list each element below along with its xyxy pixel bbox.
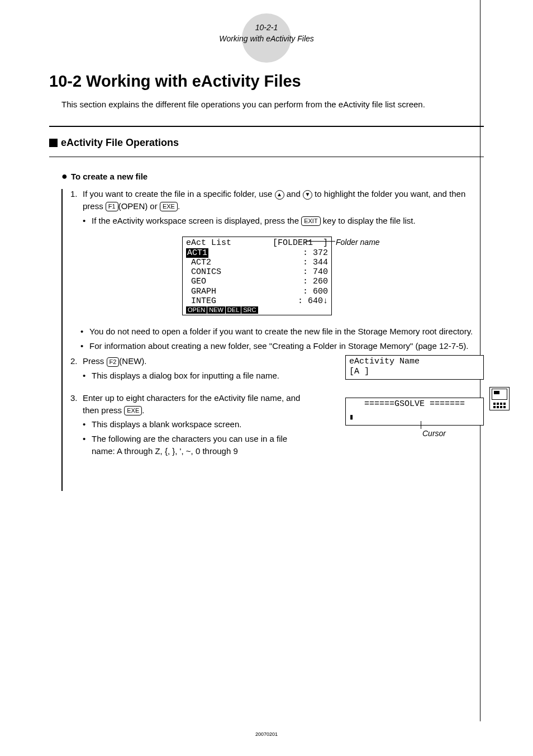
content-side-bar xyxy=(61,189,63,491)
lcd-figure-wrap: eAct List [FOLDER1 ] ACT1: 372 ACT2: 344… xyxy=(70,237,484,315)
page-header: 10-2-1 Working with eActivity Files xyxy=(49,22,484,44)
exit-key: EXIT xyxy=(301,216,320,226)
rule-thick xyxy=(49,126,484,127)
rule-thin xyxy=(49,157,484,157)
intro-text: This section explains the different file… xyxy=(49,98,484,110)
lcd-workspace: ======GSOLVE ======= ▮ xyxy=(345,398,484,426)
lcd-softkeys: OPEN NEW DEL SRC xyxy=(186,306,328,314)
up-arrow-key: ▲ xyxy=(275,190,284,200)
f2-key: F2 xyxy=(107,357,120,367)
exe-key: EXE xyxy=(160,202,178,211)
step1-note-folder: For information about creating a new fol… xyxy=(89,340,469,352)
lcd-file-list: eAct List [FOLDER1 ] ACT1: 372 ACT2: 344… xyxy=(182,237,332,315)
f1-key: F1 xyxy=(106,202,118,211)
file-row-selected: ACT1 xyxy=(186,248,208,258)
step-2: 2. Press F2(NEW). • This displays a dial… xyxy=(70,355,305,384)
page-header-subtitle: Working with eActivity Files xyxy=(49,34,484,45)
lcd-name-dialog: eActivity Name [A ] xyxy=(345,355,484,380)
bullet-icon: ● xyxy=(61,171,68,182)
callout-line xyxy=(305,241,335,242)
step-3: 3. Enter up to eight characters for the … xyxy=(70,392,305,460)
step1-note-storage: You do not need to open a folder if you … xyxy=(89,325,473,338)
page-title: 10-2 Working with eActivity Files xyxy=(49,72,484,91)
down-arrow-key: ▼ xyxy=(303,190,312,200)
subsection-text: To create a new file xyxy=(71,172,147,181)
section-heading-text: eActivity File Operations xyxy=(61,137,179,149)
cursor-callout-line xyxy=(421,421,421,429)
page-number: 10-2-1 xyxy=(49,22,484,34)
cursor-icon: ▮ xyxy=(349,413,354,422)
footer-code: 20070201 xyxy=(255,731,278,737)
exe-key-2: EXE xyxy=(124,406,142,415)
folder-name-label: Folder name xyxy=(336,237,380,248)
subsection-heading: ● To create a new file xyxy=(49,171,484,182)
cursor-label: Cursor xyxy=(422,428,446,439)
section-heading: eActivity File Operations xyxy=(49,137,484,149)
step-1: 1. If you want to create the file in a s… xyxy=(70,188,484,229)
square-bullet-icon xyxy=(49,139,58,147)
